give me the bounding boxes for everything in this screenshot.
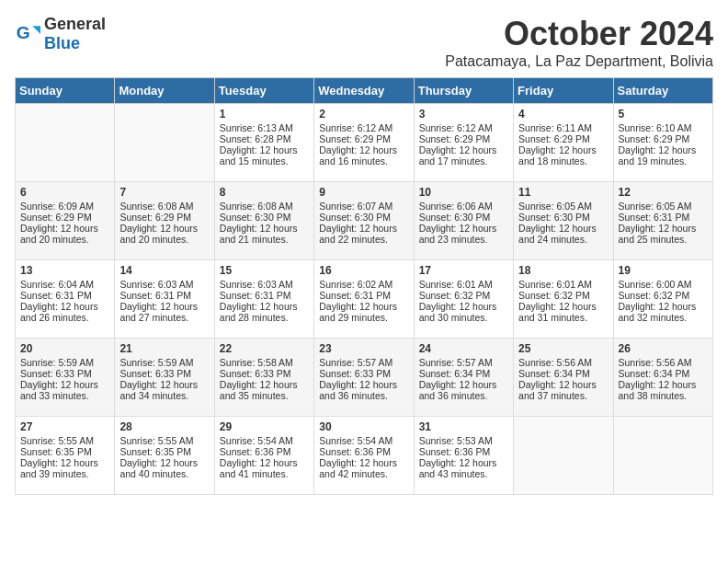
- sunset-text: Sunset: 6:33 PM: [119, 368, 209, 379]
- daylight-text: Daylight: 12 hours and 38 minutes.: [619, 379, 708, 401]
- daylight-text: Daylight: 12 hours and 26 minutes.: [20, 301, 109, 323]
- sunset-text: Sunset: 6:32 PM: [619, 290, 708, 301]
- day-number: 25: [518, 342, 608, 355]
- calendar-cell: 9Sunrise: 6:07 AMSunset: 6:30 PMDaylight…: [314, 182, 414, 260]
- page-header: G General Blue October 2024 Patacamaya, …: [15, 15, 713, 70]
- daylight-text: Daylight: 12 hours and 25 minutes.: [619, 223, 708, 245]
- sunrise-text: Sunrise: 6:02 AM: [319, 279, 408, 290]
- daylight-text: Daylight: 12 hours and 37 minutes.: [518, 379, 608, 401]
- sunset-text: Sunset: 6:29 PM: [419, 133, 508, 144]
- sunrise-text: Sunrise: 6:01 AM: [419, 279, 508, 290]
- sunrise-text: Sunrise: 6:08 AM: [220, 201, 309, 212]
- svg-text:G: G: [17, 23, 30, 42]
- sunrise-text: Sunrise: 5:59 AM: [119, 357, 209, 368]
- logo-icon: G: [15, 21, 40, 47]
- sunrise-text: Sunrise: 6:04 AM: [20, 279, 109, 290]
- sunset-text: Sunset: 6:32 PM: [518, 290, 608, 301]
- calendar-cell: 26Sunrise: 5:56 AMSunset: 6:34 PMDayligh…: [613, 339, 712, 417]
- col-saturday: Saturday: [613, 78, 712, 104]
- sunrise-text: Sunrise: 5:55 AM: [20, 435, 109, 446]
- calendar-week-1: 1Sunrise: 6:13 AMSunset: 6:28 PMDaylight…: [16, 104, 713, 182]
- header-row: Sunday Monday Tuesday Wednesday Thursday…: [16, 78, 713, 104]
- sunrise-text: Sunrise: 5:56 AM: [518, 357, 608, 368]
- calendar-cell: 12Sunrise: 6:05 AMSunset: 6:31 PMDayligh…: [613, 182, 712, 260]
- daylight-text: Daylight: 12 hours and 35 minutes.: [220, 379, 309, 401]
- daylight-text: Daylight: 12 hours and 18 minutes.: [518, 144, 608, 167]
- daylight-text: Daylight: 12 hours and 21 minutes.: [220, 223, 309, 245]
- calendar-week-5: 27Sunrise: 5:55 AMSunset: 6:35 PMDayligh…: [16, 417, 713, 495]
- calendar-week-4: 20Sunrise: 5:59 AMSunset: 6:33 PMDayligh…: [16, 339, 713, 417]
- daylight-text: Daylight: 12 hours and 33 minutes.: [20, 379, 109, 401]
- sunrise-text: Sunrise: 6:03 AM: [220, 279, 309, 290]
- calendar-cell: 29Sunrise: 5:54 AMSunset: 6:36 PMDayligh…: [214, 417, 313, 495]
- calendar-cell: 31Sunrise: 5:53 AMSunset: 6:36 PMDayligh…: [414, 417, 513, 495]
- day-number: 28: [119, 420, 209, 433]
- day-number: 17: [419, 264, 508, 277]
- daylight-text: Daylight: 12 hours and 28 minutes.: [220, 301, 309, 323]
- calendar-cell: 23Sunrise: 5:57 AMSunset: 6:33 PMDayligh…: [314, 339, 414, 417]
- day-number: 7: [119, 186, 209, 199]
- daylight-text: Daylight: 12 hours and 40 minutes.: [119, 457, 209, 479]
- sunset-text: Sunset: 6:29 PM: [619, 133, 708, 144]
- day-number: 1: [220, 108, 309, 121]
- logo-text: General Blue: [44, 15, 106, 53]
- calendar-cell: 17Sunrise: 6:01 AMSunset: 6:32 PMDayligh…: [414, 260, 513, 339]
- daylight-text: Daylight: 12 hours and 29 minutes.: [319, 301, 408, 323]
- sunset-text: Sunset: 6:31 PM: [119, 290, 209, 301]
- day-number: 16: [319, 264, 408, 277]
- calendar-cell: 2Sunrise: 6:12 AMSunset: 6:29 PMDaylight…: [314, 104, 414, 182]
- day-number: 30: [319, 420, 408, 433]
- sunset-text: Sunset: 6:35 PM: [119, 446, 209, 457]
- daylight-text: Daylight: 12 hours and 22 minutes.: [319, 223, 408, 245]
- daylight-text: Daylight: 12 hours and 42 minutes.: [319, 457, 408, 479]
- calendar-cell: 11Sunrise: 6:05 AMSunset: 6:30 PMDayligh…: [514, 182, 613, 260]
- title-area: October 2024 Patacamaya, La Paz Departme…: [445, 15, 713, 70]
- calendar-cell: 19Sunrise: 6:00 AMSunset: 6:32 PMDayligh…: [613, 260, 712, 339]
- calendar-cell: 3Sunrise: 6:12 AMSunset: 6:29 PMDaylight…: [414, 104, 513, 182]
- calendar-cell: [514, 417, 613, 495]
- sunset-text: Sunset: 6:33 PM: [319, 368, 408, 379]
- sunset-text: Sunset: 6:29 PM: [20, 212, 109, 223]
- day-number: 2: [319, 108, 408, 121]
- sunrise-text: Sunrise: 6:03 AM: [119, 279, 209, 290]
- sunset-text: Sunset: 6:35 PM: [20, 446, 109, 457]
- sunset-text: Sunset: 6:36 PM: [220, 446, 309, 457]
- day-number: 8: [220, 186, 309, 199]
- calendar-table: Sunday Monday Tuesday Wednesday Thursday…: [15, 77, 713, 495]
- col-friday: Friday: [514, 78, 613, 104]
- location-title: Patacamaya, La Paz Department, Bolivia: [445, 53, 713, 70]
- day-number: 21: [119, 342, 209, 355]
- daylight-text: Daylight: 12 hours and 19 minutes.: [619, 144, 708, 167]
- calendar-cell: 22Sunrise: 5:58 AMSunset: 6:33 PMDayligh…: [214, 339, 313, 417]
- sunset-text: Sunset: 6:31 PM: [319, 290, 408, 301]
- calendar-week-3: 13Sunrise: 6:04 AMSunset: 6:31 PMDayligh…: [16, 260, 713, 339]
- sunrise-text: Sunrise: 6:13 AM: [220, 122, 309, 133]
- sunrise-text: Sunrise: 6:09 AM: [20, 201, 109, 212]
- day-number: 13: [20, 264, 109, 277]
- sunrise-text: Sunrise: 6:07 AM: [319, 201, 408, 212]
- day-number: 12: [619, 186, 708, 199]
- calendar-cell: 6Sunrise: 6:09 AMSunset: 6:29 PMDaylight…: [16, 182, 115, 260]
- sunset-text: Sunset: 6:29 PM: [319, 133, 408, 144]
- calendar-cell: 10Sunrise: 6:06 AMSunset: 6:30 PMDayligh…: [414, 182, 513, 260]
- sunrise-text: Sunrise: 6:11 AM: [518, 122, 608, 133]
- sunrise-text: Sunrise: 5:54 AM: [319, 435, 408, 446]
- sunrise-text: Sunrise: 6:01 AM: [518, 279, 608, 290]
- sunset-text: Sunset: 6:31 PM: [20, 290, 109, 301]
- day-number: 15: [220, 264, 309, 277]
- sunrise-text: Sunrise: 5:59 AM: [20, 357, 109, 368]
- calendar-cell: 27Sunrise: 5:55 AMSunset: 6:35 PMDayligh…: [16, 417, 115, 495]
- daylight-text: Daylight: 12 hours and 39 minutes.: [20, 457, 109, 479]
- sunset-text: Sunset: 6:36 PM: [319, 446, 408, 457]
- day-number: 27: [20, 420, 109, 433]
- sunset-text: Sunset: 6:31 PM: [619, 212, 708, 223]
- calendar-cell: [16, 104, 115, 182]
- day-number: 3: [419, 108, 508, 121]
- sunset-text: Sunset: 6:32 PM: [419, 290, 508, 301]
- sunrise-text: Sunrise: 5:55 AM: [119, 435, 209, 446]
- day-number: 19: [619, 264, 708, 277]
- svg-marker-2: [32, 26, 40, 34]
- daylight-text: Daylight: 12 hours and 43 minutes.: [419, 457, 508, 479]
- day-number: 5: [619, 108, 708, 121]
- daylight-text: Daylight: 12 hours and 34 minutes.: [119, 379, 209, 401]
